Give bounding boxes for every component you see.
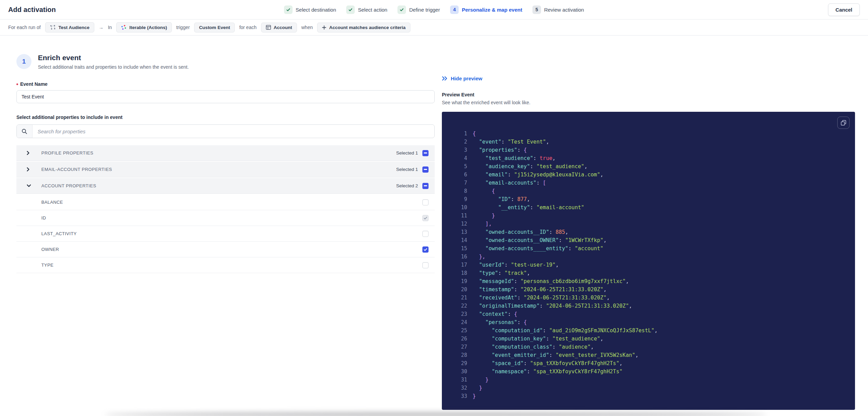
code-line: 19 "messageId": "personas_cb6zdbo6im9g7x… (456, 277, 848, 285)
properties-search-input[interactable] (32, 125, 434, 138)
line-number: 5 (456, 163, 467, 170)
chip-account-matches-audience-criteria[interactable]: Account matches audience criteria (317, 23, 410, 32)
chip-iterable-actions[interactable]: Iterable (Actions) (116, 22, 172, 32)
step-label: Personalize & map event (462, 7, 522, 13)
line-number: 22 (456, 303, 467, 309)
property-checkbox[interactable] (422, 262, 429, 268)
line-number: 7 (456, 180, 467, 186)
property-row-owner[interactable]: OWNER (16, 242, 435, 257)
hide-preview-link[interactable]: Hide preview (442, 76, 483, 81)
cancel-button[interactable]: Cancel (828, 3, 860, 16)
section-header-email-account-properties[interactable]: EMAIL-ACCOUNT PROPERTIESSelected 1 (16, 162, 435, 177)
code-text: "receivedAt": "2024-06-25T21:31:33.020Z"… (473, 295, 610, 301)
step-select-action[interactable]: Select action (347, 5, 388, 14)
property-row-type[interactable]: TYPE (16, 257, 435, 273)
code-line: 7 "email-accounts": [ (456, 179, 848, 187)
summary-text: trigger (176, 25, 190, 30)
code-text: } (473, 393, 476, 399)
check-icon (284, 5, 293, 14)
check-icon (423, 247, 428, 252)
line-number: 27 (456, 344, 467, 350)
page-title: Add activation (8, 6, 56, 14)
code-line: 9 "ID": 877, (456, 195, 848, 203)
code-line: 22 "originalTimestamp": "2024-06-25T21:3… (456, 302, 848, 310)
chevron-right-icon (27, 151, 31, 155)
property-row-last-activity[interactable]: LAST_ACTIVITY (16, 226, 435, 242)
required-dot-icon (16, 83, 18, 85)
chevron-right-icon (27, 167, 31, 172)
code-text: "email-accounts": [ (473, 180, 546, 186)
code-text: { (473, 188, 495, 194)
step-select-destination[interactable]: Select destination (284, 5, 336, 14)
top-bar: Add activation Select destinationSelect … (0, 0, 868, 19)
line-number: 13 (456, 229, 467, 235)
section-select-checkbox[interactable] (422, 183, 429, 189)
property-row-id[interactable]: ID (16, 210, 435, 226)
code-line: 21 "receivedAt": "2024-06-25T21:31:33.02… (456, 294, 848, 302)
code-text: "computation_class": "audience", (473, 344, 594, 350)
preview-event-title: Preview Event (442, 92, 855, 97)
property-checkbox[interactable] (422, 231, 429, 237)
code-line: 13 "owned-accounts__ID": 885, (456, 228, 848, 236)
code-text: "timestamp": "2024-06-25T21:31:33.020Z", (473, 286, 607, 293)
code-text: "computation_key": "test_audience", (473, 336, 603, 342)
step-review-activation[interactable]: 5Review activation (532, 5, 584, 14)
double-chevron-right-icon (442, 76, 448, 81)
property-checkbox[interactable] (422, 199, 429, 205)
chip-label: Iterable (Actions) (129, 25, 167, 30)
summary-text: In (108, 25, 112, 30)
audience-icon (50, 25, 56, 30)
code-text: } (473, 377, 489, 383)
code-line: 5 "audience_key": "test_audience", (456, 162, 848, 171)
step-label: Select destination (296, 7, 336, 13)
search-icon (17, 125, 32, 138)
section-select-checkbox[interactable] (422, 150, 429, 156)
activation-summary-bar: For each run ofTest Audience→InIterable … (0, 19, 868, 36)
code-line: 18 "type": "track", (456, 269, 848, 277)
line-number: 4 (456, 155, 467, 161)
line-number: 17 (456, 262, 467, 268)
code-line: 1{ (456, 130, 848, 138)
section-header-account-properties[interactable]: ACCOUNT PROPERTIESSelected 2 (16, 178, 435, 194)
code-text: "test_audience": true, (473, 155, 556, 161)
property-checkbox[interactable] (422, 215, 429, 221)
properties-search-box (16, 124, 435, 138)
code-line: 8 { (456, 187, 848, 195)
enrich-event-subtitle: Select additional traits and properties … (38, 64, 189, 70)
step-personalize-map-event[interactable]: 4Personalize & map event (450, 5, 522, 14)
step-define-trigger[interactable]: Define trigger (397, 5, 440, 14)
chip-label: Account (274, 25, 292, 30)
chip-test-audience[interactable]: Test Audience (45, 22, 94, 32)
preview-panel: Hide preview Preview Event See what the … (442, 76, 855, 410)
step-number-badge: 1 (16, 54, 31, 69)
line-number: 3 (456, 147, 467, 153)
code-line: 4 "test_audience": true, (456, 154, 848, 162)
section-select-checkbox[interactable] (422, 166, 429, 173)
code-text: }, (473, 254, 485, 260)
section-header-profile-properties[interactable]: PROFILE PROPERTIESSelected 1 (16, 145, 435, 161)
code-text: "owned-accounts__ID": 885, (473, 229, 568, 235)
code-line: 17 "userId": "test-user-19", (456, 261, 848, 269)
code-line: 20 "timestamp": "2024-06-25T21:31:33.020… (456, 285, 848, 294)
line-number: 2 (456, 139, 467, 145)
section-label: ACCOUNT PROPERTIES (41, 183, 96, 188)
chip-custom-event[interactable]: Custom Event (194, 23, 235, 32)
line-number: 29 (456, 360, 467, 366)
chip-account[interactable]: Account (261, 23, 297, 32)
property-checkbox[interactable] (422, 246, 429, 253)
line-number: 18 (456, 270, 467, 276)
code-text: } (473, 385, 482, 391)
property-label: TYPE (41, 263, 54, 268)
line-number: 15 (456, 245, 467, 252)
check-icon (397, 5, 406, 14)
step-label: Review activation (544, 7, 584, 13)
code-text: "owned-accounts__OWNER": "1WCWrTXfkp", (473, 237, 607, 243)
event-name-input[interactable] (16, 90, 435, 103)
line-number: 12 (456, 221, 467, 227)
line-number: 30 (456, 368, 467, 375)
page-bottom-shadow (104, 413, 767, 416)
property-label: OWNER (41, 247, 59, 252)
property-row-balance[interactable]: BALANCE (16, 194, 435, 210)
copy-button[interactable] (837, 117, 850, 129)
line-number: 28 (456, 352, 467, 358)
